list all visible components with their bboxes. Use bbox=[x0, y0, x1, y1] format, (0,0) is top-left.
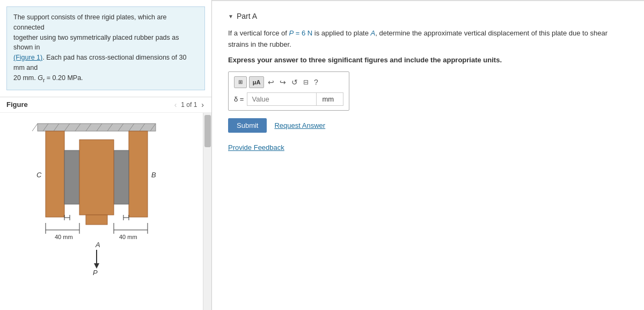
help-icon[interactable]: ? bbox=[312, 78, 320, 86]
svg-text:C: C bbox=[36, 171, 42, 179]
keyboard-icon[interactable]: ⊟ bbox=[302, 78, 310, 86]
figure-label: Figure bbox=[6, 100, 28, 109]
question-force: P = 6 N bbox=[289, 29, 312, 37]
svg-text:B: B bbox=[151, 171, 156, 179]
svg-rect-13 bbox=[46, 131, 64, 217]
svg-rect-18 bbox=[86, 215, 107, 225]
figure-next-arrow[interactable]: › bbox=[200, 100, 205, 109]
svg-rect-17 bbox=[79, 140, 114, 215]
question-text: If a vertical force of P = 6 N is applie… bbox=[228, 28, 628, 51]
svg-text:40 mm: 40 mm bbox=[55, 234, 73, 240]
toolbar-row: ⊞ μA ↩ ↪ ↺ ⊟ ? bbox=[234, 76, 343, 88]
request-answer-link[interactable]: Request Answer bbox=[274, 121, 325, 129]
figure-canvas: 40 mm 40 mm C B A P bbox=[0, 112, 211, 310]
svg-rect-16 bbox=[114, 150, 129, 204]
value-input[interactable] bbox=[247, 92, 317, 106]
part-title: Part A bbox=[237, 12, 257, 20]
instruction-text: Express your answer to three significant… bbox=[228, 56, 628, 64]
svg-rect-15 bbox=[64, 150, 79, 204]
figure-header: Figure ‹ 1 of 1 › bbox=[0, 97, 211, 112]
top-divider bbox=[212, 0, 644, 1]
svg-rect-0 bbox=[38, 124, 156, 131]
undo-icon[interactable]: ↩ bbox=[266, 78, 276, 86]
svg-marker-31 bbox=[94, 263, 99, 269]
scroll-thumb[interactable] bbox=[204, 115, 211, 147]
scrollbar[interactable] bbox=[203, 113, 211, 310]
part-header: ▼ Part A bbox=[228, 12, 628, 20]
problem-statement: The support consists of three rigid plat… bbox=[6, 6, 205, 90]
delta-label: δ = bbox=[234, 95, 244, 103]
unit-box: mm bbox=[317, 92, 343, 106]
figure-prev-arrow[interactable]: ‹ bbox=[173, 100, 178, 109]
figure-link[interactable]: (Figure 1) bbox=[13, 54, 42, 61]
problem-text-line4: 20 mm. Gr = 0.20 MPa. bbox=[13, 74, 83, 82]
svg-rect-14 bbox=[129, 131, 148, 217]
question-prefix: If a vertical force of bbox=[228, 29, 289, 37]
answer-input-row: δ = mm bbox=[234, 92, 343, 106]
problem-text-line1: The support consists of three rigid plat… bbox=[13, 13, 167, 31]
mu-a-button[interactable]: μA bbox=[249, 76, 264, 88]
submit-button[interactable]: Submit bbox=[228, 118, 267, 133]
svg-text:40 mm: 40 mm bbox=[119, 234, 137, 240]
figure-page-indicator: 1 of 1 bbox=[181, 101, 197, 109]
part-a-section: ▼ Part A If a vertical force of P = 6 N … bbox=[228, 12, 628, 152]
left-panel: The support consists of three rigid plat… bbox=[0, 0, 212, 310]
right-panel: ▼ Part A If a vertical force of P = 6 N … bbox=[212, 0, 644, 310]
problem-text-line2: together using two symmetrically placed … bbox=[13, 34, 179, 52]
question-middle: is applied to plate bbox=[312, 29, 370, 37]
svg-text:P: P bbox=[93, 269, 98, 277]
action-row: Submit Request Answer bbox=[228, 118, 628, 133]
figure-diagram: 40 mm 40 mm C B A P bbox=[16, 118, 188, 295]
figure-nav: ‹ 1 of 1 › bbox=[173, 100, 205, 109]
svg-text:A: A bbox=[95, 241, 100, 249]
provide-feedback-link[interactable]: Provide Feedback bbox=[228, 143, 284, 152]
question-plate: A bbox=[371, 29, 376, 37]
figure-section: Figure ‹ 1 of 1 › bbox=[0, 97, 211, 310]
redo-icon[interactable]: ↪ bbox=[278, 78, 288, 86]
grid-icon-button[interactable]: ⊞ bbox=[234, 76, 247, 88]
refresh-icon[interactable]: ↺ bbox=[290, 78, 299, 86]
svg-line-1 bbox=[32, 124, 38, 131]
answer-input-container: ⊞ μA ↩ ↪ ↺ ⊟ ? δ = mm bbox=[228, 71, 349, 111]
collapse-arrow-icon[interactable]: ▼ bbox=[228, 13, 233, 19]
